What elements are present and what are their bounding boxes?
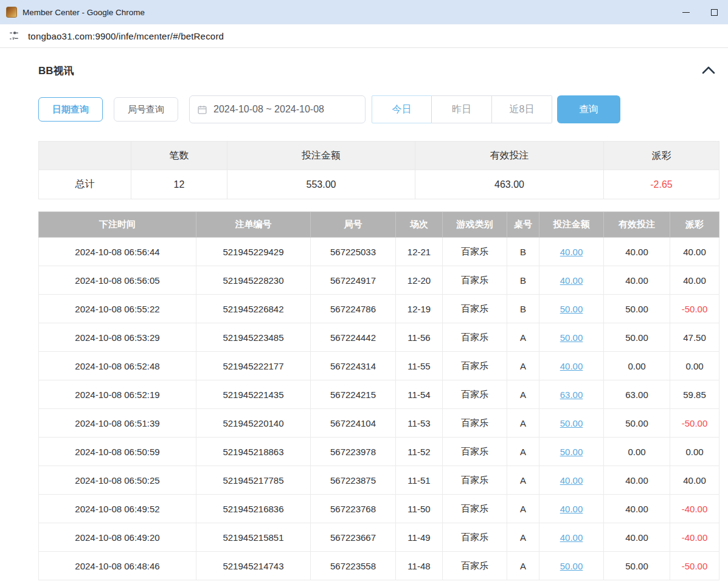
last8days-button[interactable]: 近8日 [492,95,552,123]
bet-amount-cell: 40.00 [539,495,604,523]
window-controls [672,0,728,24]
table-code-cell: B [507,295,539,323]
session-cell: 11-54 [396,380,443,409]
bet-amount-link[interactable]: 63.00 [560,390,583,400]
bet-amount-link[interactable]: 50.00 [560,418,583,428]
table-code-cell: A [507,409,539,438]
payout-cell: 40.00 [670,466,719,495]
payout-cell: -40.00 [670,495,719,523]
table-code-cell: A [507,552,539,580]
bet-amount-link[interactable]: 40.00 [560,504,583,514]
valid-bet-cell: 0.00 [604,438,670,466]
bet-amount-link[interactable]: 40.00 [560,361,583,371]
payout-cell: -50.00 [670,409,719,438]
session-cell: 11-49 [396,523,443,552]
payout-cell: 0.00 [670,352,719,380]
table-row: 2024-10-08 06:49:20521945215851567223667… [39,523,719,552]
url-bar[interactable]: tongbao31.com:9900/infe/mcenter/#/betRec… [0,24,728,48]
table-row: 2024-10-08 06:56:44521945229429567225033… [39,238,719,266]
bet-id-cell: 521945216836 [196,495,311,523]
valid-bet-cell: 40.00 [604,523,670,552]
table-row: 2024-10-08 06:53:29521945223485567224442… [39,323,719,352]
bet-amount-cell: 40.00 [539,466,604,495]
payout-cell: -50.00 [670,295,719,323]
payout-cell: 59.85 [670,380,719,409]
bet-id-cell: 521945226842 [196,295,311,323]
valid-bet-cell: 50.00 [604,295,670,323]
yesterday-button[interactable]: 昨日 [432,95,492,123]
summary-header-blank [39,142,131,170]
session-cell: 11-52 [396,438,443,466]
table-code-cell: A [507,495,539,523]
valid-bet-cell: 40.00 [604,238,670,266]
bet-record-page: BB视讯 日期查询 局号查询 2024-10-08 ~ 2024-10-08 今… [0,48,728,580]
bet-amount-link[interactable]: 50.00 [560,332,583,343]
session-cell: 12-20 [396,266,443,295]
collapse-section-button[interactable] [698,64,719,78]
today-button[interactable]: 今日 [372,95,432,123]
bet-amount-link[interactable]: 50.00 [560,447,583,457]
valid-bet-cell: 40.00 [604,495,670,523]
maximize-button[interactable] [700,0,728,24]
bet-amount-link[interactable]: 40.00 [560,275,583,286]
table-header-row: 下注时间 注单编号 局号 场次 游戏类别 桌号 投注金额 有效投注 派彩 [39,212,719,238]
bet-id-cell: 521945218863 [196,438,311,466]
summary-total-row: 总计 12 553.00 463.00 -2.65 [39,170,719,199]
bet-amount-cell: 50.00 [539,438,604,466]
bet-amount-link[interactable]: 40.00 [560,247,583,257]
bet-id-cell: 521945217785 [196,466,311,495]
game-type-cell: 百家乐 [443,266,507,295]
game-type-cell: 百家乐 [443,438,507,466]
session-cell: 11-55 [396,352,443,380]
bet-id-cell: 521945222177 [196,352,311,380]
payout-cell: 40.00 [670,238,719,266]
search-button[interactable]: 查询 [557,95,620,123]
round-query-tab[interactable]: 局号查询 [114,97,178,122]
bet-amount-cell: 40.00 [539,523,604,552]
round-id-cell: 567224215 [311,380,396,409]
date-range-input[interactable]: 2024-10-08 ~ 2024-10-08 [189,95,366,123]
table-code-cell: B [507,238,539,266]
summary-table: 笔数 投注金额 有效投注 派彩 总计 12 553.00 463.00 -2.6… [38,141,719,199]
site-settings-icon[interactable] [9,30,19,41]
table-row: 2024-10-08 06:52:48521945222177567224314… [39,352,719,380]
minimize-button[interactable] [672,0,700,24]
url-text[interactable]: tongbao31.com:9900/infe/mcenter/#/betRec… [28,31,224,41]
header-game-type: 游戏类别 [443,212,507,238]
calendar-icon [197,105,207,115]
table-code-cell: A [507,323,539,352]
game-type-cell: 百家乐 [443,495,507,523]
bet-amount-link[interactable]: 40.00 [560,532,583,543]
valid-bet-cell: 40.00 [604,466,670,495]
game-type-cell: 百家乐 [443,409,507,438]
maximize-icon [711,9,718,16]
bet-id-cell: 521945220140 [196,409,311,438]
header-bet-amount: 投注金额 [539,212,604,238]
table-code-cell: A [507,380,539,409]
round-id-cell: 567224786 [311,295,396,323]
date-query-tab[interactable]: 日期查询 [38,97,103,122]
bet-time-cell: 2024-10-08 06:48:46 [39,552,196,580]
bet-id-cell: 521945229429 [196,238,311,266]
summary-count: 12 [131,170,227,199]
table-code-cell: A [507,352,539,380]
session-cell: 12-21 [396,238,443,266]
bet-time-cell: 2024-10-08 06:53:29 [39,323,196,352]
bet-amount-link[interactable]: 40.00 [560,475,583,486]
bet-amount-link[interactable]: 50.00 [560,561,583,571]
bet-amount-link[interactable]: 50.00 [560,304,583,314]
bet-time-cell: 2024-10-08 06:51:39 [39,409,196,438]
round-id-cell: 567223768 [311,495,396,523]
bet-id-cell: 521945214743 [196,552,311,580]
titlebar: Member Center - Google Chrome [0,0,728,24]
table-row: 2024-10-08 06:50:25521945217785567223875… [39,466,719,495]
valid-bet-cell: 50.00 [604,409,670,438]
bet-id-cell: 521945223485 [196,323,311,352]
summary-header-payout: 派彩 [604,142,719,170]
session-cell: 11-51 [396,466,443,495]
table-code-cell: B [507,266,539,295]
summary-header-count: 笔数 [131,142,227,170]
quick-date-group: 今日 昨日 近8日 [372,95,552,123]
bet-time-cell: 2024-10-08 06:50:25 [39,466,196,495]
bet-record-table: 下注时间 注单编号 局号 场次 游戏类别 桌号 投注金额 有效投注 派彩 202… [38,211,719,580]
